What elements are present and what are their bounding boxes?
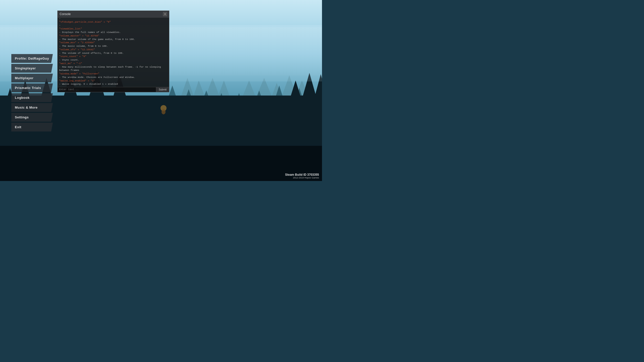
menu-item-music-more[interactable]: Music & More [11, 103, 53, 112]
console-line: "window_mode" = "Fullscreen" [59, 72, 168, 76]
console-line: "volume_sfx" = "12.15641" [59, 48, 168, 52]
menu-item-multiplayer[interactable]: Multiplayer [11, 74, 53, 82]
console-line: "viewables_list" [59, 27, 168, 31]
console-line: "volume_master" = "12.43768" [59, 34, 168, 38]
menu-item-singleplayer[interactable]: Singleplayer [11, 64, 53, 73]
console-line: "volume_msx" = "2.425964" [59, 41, 168, 44]
console-line: - The music volume, from 0 to 100. [59, 44, 168, 48]
console-window: Console X - Whether or not the server wi… [57, 11, 169, 92]
svg-rect-29 [0, 146, 322, 181]
console-line: - How many milliseconds to sleep between… [59, 65, 168, 72]
console-line: "vfxbudget_particle_cost_bias" = "0" [59, 20, 168, 24]
console-title: Console [60, 12, 71, 16]
main-menu: Profile: DatRageGuySingleplayerMultiplay… [11, 54, 53, 131]
console-line: - Vsync count. [59, 58, 168, 62]
menu-item-logbook[interactable]: Logbook [11, 93, 53, 102]
build-info: Steam Build ID 3703355 2012-2019 Hopoo G… [285, 173, 319, 179]
svg-point-31 [162, 109, 166, 114]
console-close-button[interactable]: X [163, 12, 167, 16]
copyright: 2012-2019 Hopoo Games [285, 176, 319, 179]
menu-item-profile[interactable]: Profile: DatRageGuy [11, 54, 53, 63]
console-line: - [59, 24, 168, 27]
console-output[interactable]: - Whether or not the server will accept … [58, 18, 169, 87]
steam-build-id: Steam Build ID 3703355 [285, 173, 319, 176]
console-input-row: Submit [58, 87, 169, 92]
console-line: - The master volume of the game audio, f… [59, 38, 168, 41]
console-line: "vsync_count" = "0" [59, 55, 168, 58]
console-submit-button[interactable]: Submit [156, 87, 169, 92]
console-line: - The volume of sound effects, from 0 to… [59, 52, 168, 55]
console-line: - [59, 18, 168, 20]
menu-item-exit[interactable]: Exit [11, 123, 53, 131]
console-titlebar: Console X [58, 11, 169, 18]
console-line: - Wwise logging. 0 = disabled 1 = enable… [59, 82, 168, 86]
menu-item-settings[interactable]: Settings [11, 113, 53, 122]
console-line: - The window mode. Choices are Fullscree… [59, 76, 168, 79]
console-line: "wwise_log_enabled" = "1" [59, 79, 168, 83]
console-input[interactable] [58, 87, 156, 92]
console-line: "wait_ms" = "-1" [59, 62, 168, 65]
console-line: - Displays the full names of all viewabl… [59, 31, 168, 34]
menu-item-prismatic-trials[interactable]: Prismatic Trials [11, 83, 53, 92]
